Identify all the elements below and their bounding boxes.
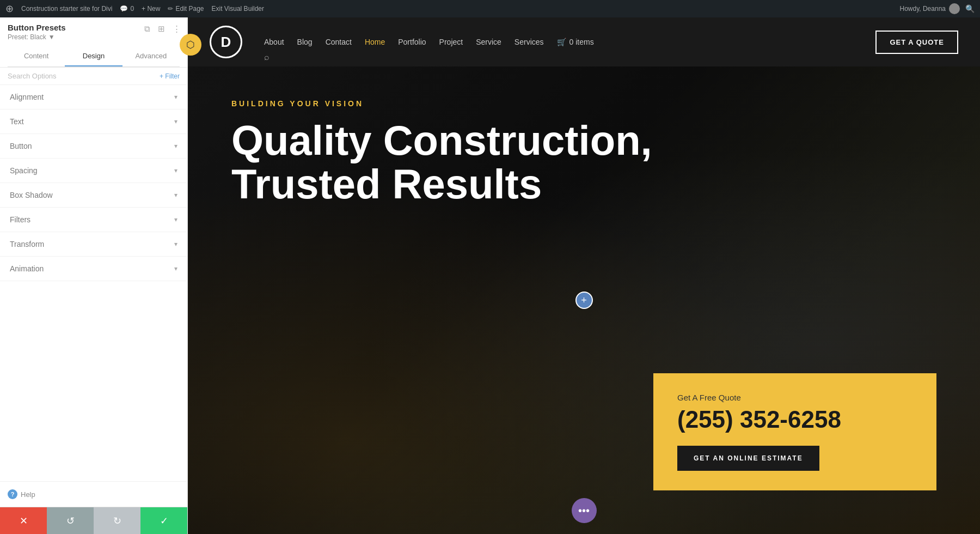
- option-group-button: Button ▾: [0, 134, 187, 159]
- chevron-down-icon: ▾: [174, 216, 177, 223]
- chevron-down-icon: ▾: [174, 191, 177, 199]
- option-group-filters: Filters ▾: [0, 208, 187, 232]
- admin-bar-left: ⊕ Construction starter site for Divi 💬 0…: [5, 3, 264, 15]
- hero-subtitle: BUILDING YOUR VISION: [231, 99, 936, 108]
- sidebar-tabs: Content Design Advanced: [8, 46, 180, 67]
- option-group-transform: Transform ▾: [0, 232, 187, 257]
- chevron-down-icon: ▾: [174, 265, 177, 272]
- cancel-button[interactable]: ✕: [0, 507, 47, 534]
- grid-icon[interactable]: ⊞: [157, 23, 166, 35]
- action-bar: ✕ ↺ ↻ ✓: [0, 507, 187, 534]
- main-layout: Button Presets Preset: Black ▼ ⧉ ⊞ ⋮ Con…: [0, 17, 980, 534]
- cart-icon: 🛒: [557, 38, 566, 46]
- option-group-text: Text ▾: [0, 110, 187, 134]
- nav-home[interactable]: Home: [365, 38, 385, 46]
- howdy-user: Howdy, Deanna: [900, 3, 960, 14]
- option-group-box-shadow: Box Shadow ▾: [0, 183, 187, 208]
- save-icon: ✓: [160, 515, 168, 527]
- chevron-down-icon: ▾: [174, 118, 177, 125]
- nav-cart[interactable]: 🛒 0 items: [557, 38, 594, 46]
- nav-about[interactable]: About: [264, 38, 284, 46]
- undo-button[interactable]: ↺: [47, 507, 94, 534]
- nav-project[interactable]: Project: [439, 38, 463, 46]
- admin-bar-right: Howdy, Deanna 🔍: [900, 3, 975, 14]
- sidebar-footer: ? Help: [0, 481, 187, 507]
- more-options-icon[interactable]: ⋮: [171, 23, 182, 35]
- hero-title: Quality Construction, Trusted Results: [231, 119, 721, 206]
- quote-card-label: Get A Free Quote: [677, 393, 912, 402]
- search-row-site: ⌕: [264, 52, 270, 62]
- quote-card-phone: (255) 352-6258: [677, 406, 912, 433]
- option-group-animation-header[interactable]: Animation ▾: [0, 257, 187, 281]
- chevron-down-icon: ▾: [174, 142, 177, 150]
- quote-card: Get A Free Quote (255) 352-6258 GET AN O…: [653, 373, 936, 490]
- options-list: Alignment ▾ Text ▾ Button ▾ Spacing: [0, 85, 187, 481]
- option-group-transform-header[interactable]: Transform ▾: [0, 232, 187, 256]
- get-quote-button[interactable]: GET A QUOTE: [875, 31, 958, 54]
- chevron-down-icon: ▾: [174, 240, 177, 248]
- help-button[interactable]: ? Help: [8, 489, 35, 499]
- filter-button[interactable]: + Filter: [160, 72, 180, 80]
- option-group-button-header[interactable]: Button ▾: [0, 134, 187, 158]
- admin-bar: ⊕ Construction starter site for Divi 💬 0…: [0, 0, 980, 17]
- option-group-alignment-header[interactable]: Alignment ▾: [0, 85, 187, 109]
- nav-contact[interactable]: Contact: [326, 38, 352, 46]
- site-name[interactable]: Construction starter site for Divi: [21, 5, 112, 13]
- undo-icon: ↺: [66, 515, 75, 527]
- option-group-filters-header[interactable]: Filters ▾: [0, 208, 187, 232]
- search-icon[interactable]: ⌕: [264, 52, 270, 62]
- new-item-button[interactable]: + New: [142, 5, 160, 13]
- redo-icon: ↻: [113, 515, 121, 527]
- save-button[interactable]: ✓: [140, 507, 187, 534]
- preset-dropdown-icon[interactable]: ▼: [48, 33, 55, 41]
- redo-button[interactable]: ↻: [94, 507, 140, 534]
- admin-search-icon[interactable]: 🔍: [965, 4, 975, 13]
- site-nav: About Blog Contact Home Portfolio Projec…: [264, 38, 875, 46]
- option-group-text-header[interactable]: Text ▾: [0, 110, 187, 134]
- option-group-box-shadow-header[interactable]: Box Shadow ▾: [0, 183, 187, 207]
- nav-blog[interactable]: Blog: [297, 38, 313, 46]
- help-icon: ?: [8, 489, 17, 499]
- plus-icon: +: [581, 295, 587, 306]
- option-group-spacing-header[interactable]: Spacing ▾: [0, 159, 187, 183]
- sidebar: Button Presets Preset: Black ▼ ⧉ ⊞ ⋮ Con…: [0, 17, 188, 534]
- site-header: D About Blog Contact Home Portfolio Proj…: [188, 17, 980, 66]
- copy-icon[interactable]: ⧉: [143, 23, 151, 35]
- nav-services[interactable]: Services: [514, 38, 544, 46]
- more-icon: •••: [578, 505, 590, 517]
- add-module-button[interactable]: +: [575, 292, 593, 309]
- option-group-animation: Animation ▾: [0, 257, 187, 281]
- nav-portfolio[interactable]: Portfolio: [398, 38, 426, 46]
- cancel-icon: ✕: [20, 515, 28, 527]
- estimate-button[interactable]: GET AN ONLINE ESTIMATE: [677, 446, 819, 471]
- tab-advanced[interactable]: Advanced: [122, 46, 180, 66]
- avatar: [949, 3, 960, 14]
- content-area: D About Blog Contact Home Portfolio Proj…: [188, 17, 980, 534]
- comment-icon: 💬: [120, 5, 128, 13]
- tab-content[interactable]: Content: [8, 46, 65, 66]
- search-row: + Filter: [0, 68, 187, 85]
- option-group-alignment: Alignment ▾: [0, 85, 187, 110]
- search-input[interactable]: [8, 72, 155, 80]
- wordpress-logo-icon[interactable]: ⊕: [5, 3, 14, 15]
- chevron-down-icon: ▾: [174, 93, 177, 101]
- chevron-down-icon: ▾: [174, 167, 177, 174]
- module-button[interactable]: ⬡: [180, 34, 201, 56]
- comment-count[interactable]: 💬 0: [120, 5, 134, 13]
- nav-service[interactable]: Service: [476, 38, 501, 46]
- sidebar-header: Button Presets Preset: Black ▼ ⧉ ⊞ ⋮ Con…: [0, 17, 187, 68]
- hero-section: BUILDING YOUR VISION Quality Constructio…: [188, 66, 980, 534]
- exit-builder-button[interactable]: Exit Visual Builder: [211, 5, 264, 13]
- edit-icon: ✏: [168, 5, 173, 13]
- site-logo: D: [210, 26, 242, 58]
- more-options-button[interactable]: •••: [572, 498, 597, 523]
- sidebar-icons: ⧉ ⊞ ⋮: [143, 23, 182, 35]
- tab-design[interactable]: Design: [65, 46, 122, 66]
- option-group-spacing: Spacing ▾: [0, 159, 187, 183]
- edit-page-button[interactable]: ✏ Edit Page: [168, 5, 204, 13]
